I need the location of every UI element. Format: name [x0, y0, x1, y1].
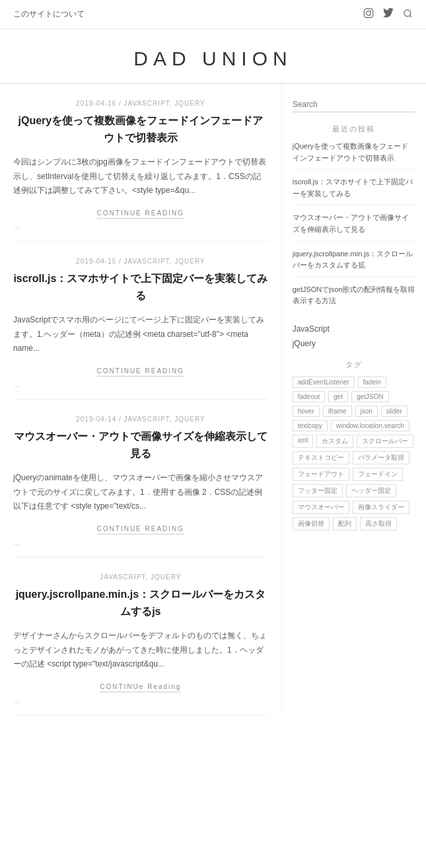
tags-title: タグ — [293, 360, 415, 370]
post-2-meta: 2019-04-15 / JAVASCRIPT, JQUERY — [13, 258, 268, 265]
sidebar-search-section — [293, 97, 415, 112]
svg-rect-0 — [364, 9, 373, 17]
post-3-footer: ... — [13, 538, 268, 546]
post-2-excerpt: JavaScriptでスマホ用のページにてページ上下に固定バーを実装してみます。… — [13, 313, 268, 356]
tag-21[interactable]: 画像スライダー — [353, 501, 409, 514]
post-4-excerpt: デザイナーさんからスクロールバーをデフォルトのものでは無く、ちょっとデザインされ… — [13, 629, 268, 672]
svg-line-4 — [409, 15, 411, 17]
post-1: 2019-04-16 / JAVASCRIPT, JQUERY jQueryを使… — [13, 84, 268, 242]
tag-8[interactable]: slider — [381, 406, 408, 417]
tag-20[interactable]: マウスオーバー — [293, 501, 349, 514]
tag-2[interactable]: fadeout — [293, 391, 325, 402]
post-2-meta-sep: / — [119, 258, 124, 265]
tag-0[interactable]: addEventListener — [293, 377, 355, 388]
post-1-meta: 2019-04-16 / JAVASCRIPT, JQUERY — [13, 100, 268, 107]
post-2-date: 2019-04-15 — [76, 258, 116, 265]
post-3-categories: JAVASCRIPT, JQUERY — [124, 416, 205, 423]
tags-container: addEventListenerfadeinfadeoutgetgetJSONh… — [293, 377, 415, 530]
post-1-continue-reading-link[interactable]: CONTINUE READING — [97, 209, 185, 219]
about-link-container: このサイトについて — [13, 9, 85, 20]
sidebar-categories-section: JavaScript jQuery — [293, 324, 415, 348]
post-4-footer: ... — [13, 696, 268, 704]
svg-point-1 — [367, 11, 371, 16]
post-3-meta: 2019-04-14 / JAVASCRIPT, JQUERY — [13, 416, 268, 423]
recent-posts-title: 最近の投稿 — [293, 124, 415, 134]
post-4-title[interactable]: jquery.jscrollpane.min.js：スクロールバーをカスタムする… — [13, 586, 268, 620]
tag-23[interactable]: 配列 — [333, 517, 357, 530]
search-input[interactable] — [293, 97, 415, 112]
post-2: 2019-04-15 / JAVASCRIPT, JQUERY iscroll.… — [13, 242, 268, 400]
tag-16[interactable]: フェードアウト — [293, 468, 349, 481]
post-3-excerpt: jQueryのanimateを使用し、マウスオーバーで画像を縮小させマウスアウト… — [13, 471, 268, 514]
post-4: JAVASCRIPT, JQUERY jquery.jscrollpane.mi… — [13, 558, 268, 715]
post-3: 2019-04-14 / JAVASCRIPT, JQUERY マウスオーバー・… — [13, 400, 268, 558]
tag-22[interactable]: 画像切替 — [293, 517, 330, 530]
tag-11[interactable]: xml — [293, 435, 314, 448]
tag-12[interactable]: カスタム — [316, 435, 353, 448]
tag-15[interactable]: パラメータ取得 — [353, 451, 409, 464]
tag-19[interactable]: ヘッダー固定 — [346, 484, 396, 497]
nav-icons — [363, 8, 413, 20]
tag-7[interactable]: json — [355, 406, 378, 417]
post-3-continue-reading-link[interactable]: CONTINUE READING — [97, 525, 185, 534]
post-4-categories: JAVASCRIPT, JQUERY — [100, 573, 181, 581]
svg-point-3 — [404, 9, 411, 16]
recent-post-5[interactable]: getJSONでjson形式の配列情報を取得表示する方法 — [293, 284, 415, 312]
category-javascript[interactable]: JavaScript — [293, 324, 415, 334]
recent-post-4[interactable]: jquery.jscrollpane.min.js：スクロールバーをカスタムする… — [293, 248, 415, 277]
post-4-meta: JAVASCRIPT, JQUERY — [13, 573, 268, 581]
post-3-title[interactable]: マウスオーバー・アウトで画像サイズを伸縮表示して見る — [13, 428, 268, 462]
site-header: DAD UNION — [0, 29, 426, 84]
post-2-title[interactable]: iscroll.js：スマホサイトで上下固定バーを実装してみる — [13, 270, 268, 304]
search-nav-icon[interactable] — [403, 9, 413, 20]
post-2-continue-reading[interactable]: CONTINUE READING — [13, 365, 268, 375]
post-2-footer: ... — [13, 380, 268, 388]
tag-4[interactable]: getJSON — [351, 391, 389, 402]
site-title: DAD UNION — [0, 48, 426, 70]
post-1-excerpt: 今回はシンプルに3枚のjpg画像をフェードインフェードアウトで切替表示し、set… — [13, 155, 268, 198]
post-3-continue-reading[interactable]: CONTINUE READING — [13, 523, 268, 533]
svg-point-2 — [371, 11, 371, 11]
recent-post-1[interactable]: jQueryを使って複数画像をフェードインフェードアウトで切替表示 — [293, 141, 415, 170]
tag-3[interactable]: get — [328, 391, 348, 402]
post-1-continue-reading[interactable]: CONTINUE READING — [13, 207, 268, 217]
sidebar-recent-posts-section: 最近の投稿 jQueryを使って複数画像をフェードインフェードアウトで切替表示 … — [293, 124, 415, 312]
post-1-categories: JAVASCRIPT, JQUERY — [124, 100, 205, 107]
page-layout: 2019-04-16 / JAVASCRIPT, JQUERY jQueryを使… — [0, 84, 426, 715]
post-2-categories: JAVASCRIPT, JQUERY — [124, 258, 205, 265]
post-1-meta-sep: / — [119, 100, 124, 107]
tag-17[interactable]: フェードイン — [353, 468, 403, 481]
category-jquery[interactable]: jQuery — [293, 339, 415, 348]
top-navigation: このサイトについて — [0, 0, 426, 29]
post-4-continue-reading-link[interactable]: CONTINUe Reading — [100, 683, 181, 692]
tag-14[interactable]: テキストコピー — [293, 451, 349, 464]
tag-1[interactable]: fadein — [358, 377, 386, 388]
recent-post-2[interactable]: iscroll.js：スマホサイトで上下固定バーを実装してみる — [293, 176, 415, 205]
tag-13[interactable]: スクロールバー — [357, 435, 413, 448]
instagram-icon[interactable] — [363, 8, 374, 20]
about-link[interactable]: このサイトについて — [13, 9, 85, 18]
recent-post-3[interactable]: マウスオーバー・アウトで画像サイズを伸縮表示して見る — [293, 212, 415, 241]
post-1-date: 2019-04-16 — [76, 100, 116, 107]
post-4-continue-reading[interactable]: CONTINUe Reading — [13, 681, 268, 691]
tag-18[interactable]: フッター固定 — [293, 484, 343, 497]
post-3-date: 2019-04-14 — [76, 416, 116, 423]
sidebar: 最近の投稿 jQueryを使って複数画像をフェードインフェードアウトで切替表示 … — [281, 84, 426, 715]
tag-5[interactable]: hover — [293, 406, 320, 417]
main-content: 2019-04-16 / JAVASCRIPT, JQUERY jQueryを使… — [0, 84, 281, 715]
tag-9[interactable]: textcopy — [293, 420, 328, 431]
twitter-icon[interactable] — [383, 8, 394, 20]
post-1-title[interactable]: jQueryを使って複数画像をフェードインフェードアウトで切替表示 — [13, 112, 268, 146]
tag-6[interactable]: iframe — [323, 406, 352, 417]
sidebar-tags-section: タグ addEventListenerfadeinfadeoutgetgetJS… — [293, 360, 415, 530]
post-2-continue-reading-link[interactable]: CONTINUE READING — [97, 367, 185, 377]
post-3-meta-sep: / — [119, 416, 124, 423]
post-1-footer: ... — [13, 223, 268, 231]
tag-10[interactable]: window.location.search — [331, 420, 409, 431]
tag-24[interactable]: 高さ取得 — [360, 517, 397, 530]
